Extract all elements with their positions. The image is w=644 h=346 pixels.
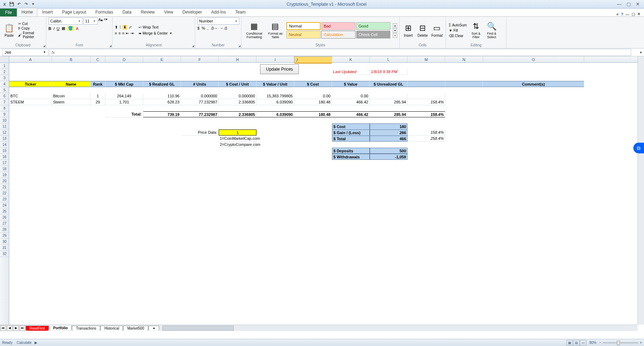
row-header-27[interactable]: 27 <box>0 220 9 227</box>
bold-button[interactable]: B <box>48 26 51 31</box>
italic-button[interactable]: I <box>53 26 54 31</box>
cell[interactable]: 29 <box>90 99 105 105</box>
price-data-input[interactable]: 1 <box>219 129 256 136</box>
cell[interactable]: $ Cost <box>294 81 332 87</box>
cell[interactable]: STEEM <box>9 99 52 105</box>
comma-icon[interactable]: , <box>207 26 208 30</box>
dropbox-badge-icon[interactable]: ⧉ <box>633 143 644 153</box>
cell[interactable]: 158.4% <box>407 129 445 136</box>
insert-cells-button[interactable]: ⊞Insert <box>402 19 415 42</box>
number-format-select[interactable]: Number▼ <box>197 17 239 25</box>
column-header-B[interactable]: B <box>52 56 90 62</box>
format-painter-button[interactable]: 🖌Format Painter <box>17 31 44 39</box>
sheet-tab-market500[interactable]: Market500 <box>123 326 148 331</box>
row-header-25[interactable]: 25 <box>0 208 9 214</box>
macro-record-icon[interactable]: ▶ <box>35 341 37 345</box>
font-color-button[interactable]: A <box>76 26 78 31</box>
cell[interactable]: # Units <box>181 81 219 87</box>
row-header-2[interactable]: 2 <box>0 69 9 75</box>
row-header-31[interactable]: 31 <box>0 245 9 251</box>
cell[interactable]: $ Mkt Cap <box>105 81 143 87</box>
cell[interactable]: 1=CoinMarketCap.com <box>219 136 256 142</box>
merge-center-button[interactable]: ⬌Merge & Center▼ <box>138 31 173 36</box>
cell[interactable]: 466.42 <box>332 99 370 105</box>
cell[interactable]: 500 <box>370 148 407 154</box>
cell[interactable]: $ Gain / (Loss) <box>332 129 370 136</box>
cell[interactable]: 2.336805 <box>219 111 256 117</box>
orientation-icon[interactable]: ⤢ <box>129 25 132 30</box>
cell[interactable]: 77.232987 <box>181 99 219 105</box>
tab-pagelayout[interactable]: Page Layout <box>57 8 90 16</box>
dialog-launcher-icon[interactable]: ◢ <box>192 44 194 47</box>
styles-down-icon[interactable]: ▾ <box>393 28 397 33</box>
grid[interactable]: Update PricesLast Updated1/8/18 9:38 PMT… <box>9 63 638 325</box>
row-header-19[interactable]: 19 <box>0 172 9 178</box>
workbook-min-icon[interactable]: — <box>625 12 629 16</box>
minimize-button[interactable]: — <box>617 1 622 7</box>
row-header-22[interactable]: 22 <box>0 190 9 196</box>
cell[interactable]: 258.4% <box>407 136 445 142</box>
cell[interactable]: 77.232987 <box>181 111 219 117</box>
cell[interactable]: Steem <box>52 99 90 105</box>
row-header-14[interactable]: 14 <box>0 142 9 148</box>
column-header-N[interactable]: N <box>445 56 483 62</box>
cell[interactable]: $ Deposits <box>332 148 370 154</box>
cell[interactable]: 6.039090 <box>256 111 294 117</box>
increase-indent-icon[interactable]: ⇥ <box>130 31 134 36</box>
cell[interactable]: Last Updated <box>332 69 370 75</box>
name-box[interactable]: J44▼ <box>2 49 48 56</box>
redo-icon[interactable]: ↷ <box>23 1 29 7</box>
cell[interactable]: 158.4% <box>407 99 445 105</box>
clear-button[interactable]: ⌫Clear <box>448 34 467 38</box>
align-bottom-icon[interactable]: ⬇ <box>123 25 127 30</box>
tab-nav-prev[interactable]: ◀ <box>7 325 12 331</box>
save-icon[interactable]: 💾 <box>9 1 15 7</box>
cell[interactable]: $ Value / Unit <box>256 81 294 87</box>
column-header-K[interactable]: K <box>332 56 370 62</box>
close-button[interactable]: ✕ <box>636 1 640 7</box>
row-header-23[interactable]: 23 <box>0 196 9 202</box>
sheet-tab-portfolio[interactable]: Portfolio <box>49 326 72 330</box>
sheet-tab-transactions[interactable]: Transactions <box>72 326 100 331</box>
align-middle-icon[interactable]: ᎒ <box>119 25 121 30</box>
style-neutral[interactable]: Neutral <box>286 31 321 39</box>
column-header-M[interactable]: M <box>407 56 445 62</box>
help-icon[interactable]: ? <box>621 12 623 16</box>
row-header-17[interactable]: 17 <box>0 160 9 166</box>
row-header-24[interactable]: 24 <box>0 202 9 208</box>
cell[interactable]: 285.94 <box>370 111 407 117</box>
cell[interactable]: 2=CryptoCompare.com <box>219 142 256 148</box>
row-header-30[interactable]: 30 <box>0 239 9 245</box>
cell[interactable] <box>407 81 445 87</box>
underline-button[interactable]: U <box>57 26 59 31</box>
row-header-10[interactable]: 10 <box>0 117 9 123</box>
row-header-9[interactable]: 9 <box>0 111 9 117</box>
column-header-H[interactable]: H <box>219 56 256 62</box>
zoom-in-icon[interactable]: + <box>640 341 642 345</box>
cell[interactable]: $ Total <box>332 136 370 142</box>
tab-developer[interactable]: Developer <box>178 8 207 16</box>
tab-addins[interactable]: Add-Ins <box>207 8 230 16</box>
cell[interactable]: 0.00 <box>294 93 332 99</box>
currency-icon[interactable]: $ <box>197 26 199 30</box>
cell[interactable]: 739.19 <box>143 111 181 117</box>
cell[interactable] <box>407 93 445 99</box>
align-right-icon[interactable]: ≡ <box>122 31 124 36</box>
cell[interactable]: $ Cost / Unit <box>219 81 256 87</box>
fill-button[interactable]: ▼Fill <box>448 28 467 33</box>
tab-nav-next[interactable]: ▶ <box>13 325 19 331</box>
row-header-20[interactable]: 20 <box>0 178 9 184</box>
fill-color-button[interactable]: 🪣 <box>67 26 74 31</box>
column-header-J[interactable]: J <box>294 56 332 63</box>
tab-team[interactable]: Team <box>230 8 250 16</box>
cell[interactable]: 15,383.799805 <box>256 93 294 99</box>
align-center-icon[interactable]: ≡ <box>118 31 120 36</box>
zoom-out-icon[interactable]: − <box>599 341 601 345</box>
cell[interactable]: 180.48 <box>294 111 332 117</box>
column-header-L[interactable]: L <box>370 56 407 62</box>
fx-icon[interactable]: fx <box>50 50 57 55</box>
row-header-15[interactable]: 15 <box>0 148 9 154</box>
cut-button[interactable]: ✂Cut <box>17 21 44 26</box>
workbook-close-icon[interactable]: ✕ <box>637 12 640 16</box>
column-header-C[interactable]: C <box>90 56 105 62</box>
